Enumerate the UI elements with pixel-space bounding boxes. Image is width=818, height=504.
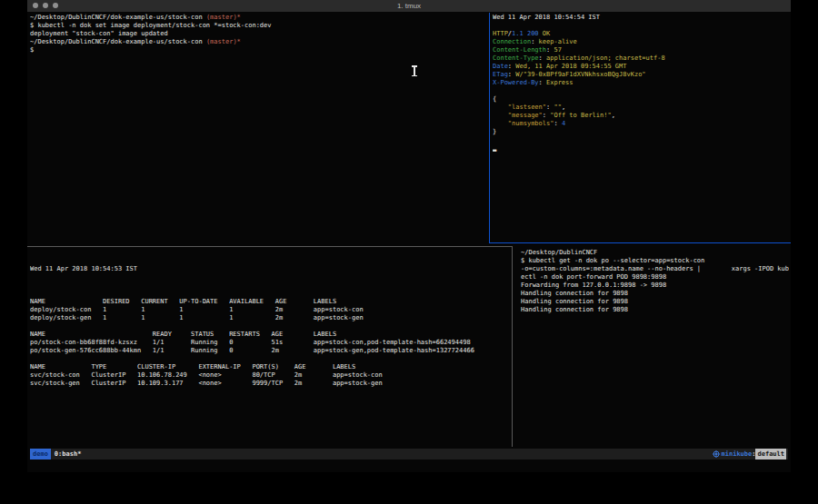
pane-bottom-left-kubectl-watch[interactable]: Wed 11 Apr 2018 10:54:53 IST NAME DESIRE… bbox=[30, 249, 511, 446]
kubectl-resources-table: NAME DESIRED CURRENT UP-TO-DATE AVAILABL… bbox=[30, 298, 511, 388]
pane-top-left-shell[interactable]: ~/Desktop/DublinCNCF/dok-example-us/stoc… bbox=[30, 14, 489, 241]
window-tab-bash[interactable]: 0:bash* bbox=[55, 450, 82, 458]
pane-top-right-http-response[interactable]: Wed 11 Apr 2018 10:54:54 IST HTTP/1.1 20… bbox=[493, 14, 788, 241]
desktop-background: 1. tmux ~/Desktop/DublinCNCF/dok-example… bbox=[0, 0, 818, 504]
pane-divider-vertical-active[interactable] bbox=[489, 13, 490, 243]
traffic-lights bbox=[33, 3, 58, 8]
window-title: 1. tmux bbox=[27, 0, 791, 12]
watch-timestamp: Wed 11 Apr 2018 10:54:53 IST bbox=[30, 265, 511, 273]
minimize-button[interactable] bbox=[43, 3, 48, 8]
window-titlebar[interactable]: 1. tmux bbox=[27, 0, 791, 12]
pane-divider-horizontal[interactable] bbox=[27, 246, 512, 247]
tmux-status-bar: demo 0:bash* minikube : default bbox=[30, 449, 788, 460]
pane-divider-horizontal-active[interactable] bbox=[489, 242, 791, 243]
session-name-badge[interactable]: demo bbox=[30, 449, 51, 460]
kube-namespace-badge: default bbox=[755, 449, 786, 460]
kubernetes-wheel-icon bbox=[713, 450, 720, 458]
pane-divider-vertical[interactable] bbox=[512, 246, 513, 447]
pane-bottom-right-port-forward[interactable]: ~/Desktop/DublinCNCF$ kubectl get -n dok… bbox=[521, 249, 789, 446]
mouse-text-cursor bbox=[411, 65, 417, 76]
terminal-window: 1. tmux ~/Desktop/DublinCNCF/dok-example… bbox=[27, 0, 791, 472]
zoom-button[interactable] bbox=[53, 3, 58, 8]
close-button[interactable] bbox=[33, 3, 38, 8]
kube-context-label: minikube bbox=[722, 450, 753, 458]
